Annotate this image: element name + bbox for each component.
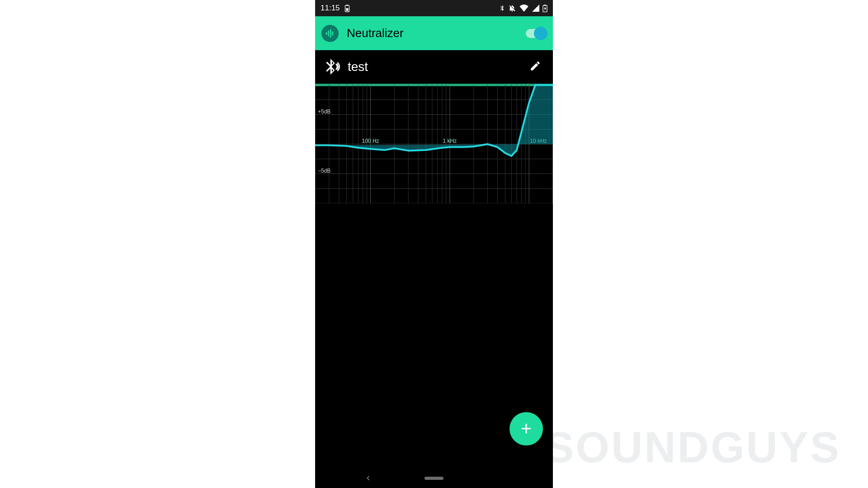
edit-button[interactable]: [526, 56, 545, 77]
status-time: 11:15: [321, 4, 340, 13]
svg-text:−5dB: −5dB: [318, 168, 330, 174]
nav-home-pill[interactable]: [425, 477, 443, 480]
bluetooth-audio-icon: [323, 57, 340, 76]
svg-text:1 kHz: 1 kHz: [443, 138, 457, 144]
svg-rect-5: [326, 32, 327, 35]
eq-chart[interactable]: +5dB−5dB100 Hz1 kHz10 kHz: [315, 84, 553, 203]
svg-rect-7: [330, 29, 331, 37]
nav-back-button[interactable]: [365, 474, 372, 483]
battery-icon: [542, 5, 547, 12]
cell-signal-icon: [532, 5, 539, 12]
chevron-left-icon: [365, 474, 372, 482]
svg-text:100 Hz: 100 Hz: [362, 138, 379, 144]
profile-row[interactable]: test: [315, 50, 553, 84]
watermark: SOUNDGUYS: [545, 422, 841, 472]
plus-icon: +: [521, 419, 532, 438]
app-title: Neutralizer: [347, 26, 404, 40]
svg-rect-6: [328, 30, 329, 36]
add-profile-fab[interactable]: +: [509, 412, 543, 446]
dnd-mute-icon: [508, 4, 516, 12]
eq-chart-svg: +5dB−5dB100 Hz1 kHz10 kHz: [315, 84, 553, 203]
svg-text:+5dB: +5dB: [318, 108, 330, 115]
watermark-light: GUYS: [711, 423, 841, 471]
app-logo: [321, 25, 339, 42]
bluetooth-icon: [499, 4, 505, 12]
wifi-icon: [519, 5, 528, 12]
svg-rect-2: [346, 8, 348, 11]
battery-portrait-icon: [344, 5, 350, 12]
app-bar: Neutralizer: [315, 16, 553, 50]
watermark-bold: SOUND: [545, 423, 711, 471]
svg-rect-8: [332, 31, 334, 35]
master-toggle[interactable]: [526, 29, 547, 38]
svg-rect-1: [346, 5, 348, 5]
status-bar: 11:15: [315, 0, 553, 16]
svg-rect-4: [544, 5, 546, 5]
profile-name: test: [348, 60, 368, 74]
toggle-knob: [534, 27, 547, 40]
phone-frame: 11:15: [315, 0, 553, 488]
pencil-icon: [529, 60, 541, 72]
equalizer-icon: [325, 28, 335, 38]
system-nav-bar: [315, 468, 553, 488]
